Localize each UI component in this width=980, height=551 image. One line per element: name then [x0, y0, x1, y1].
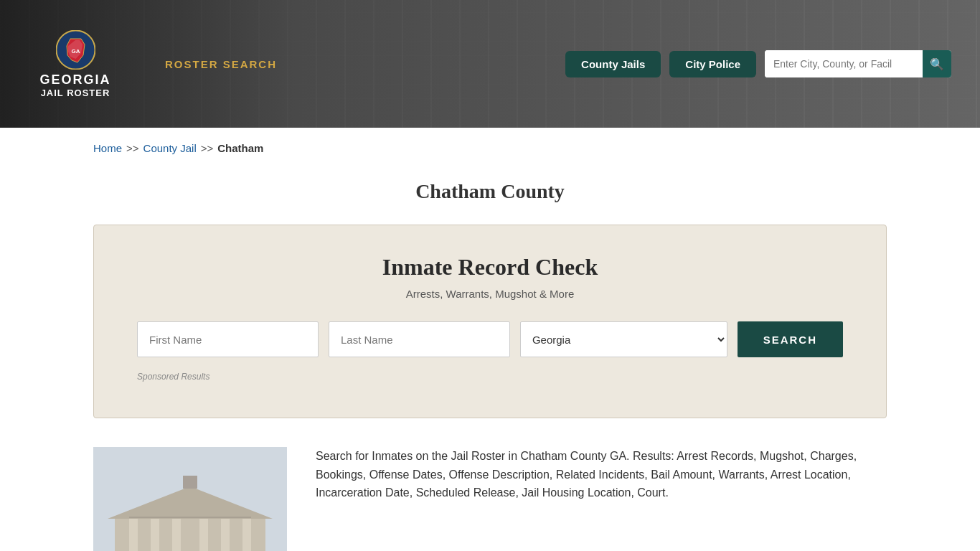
courthouse-image	[93, 447, 287, 551]
logo-block[interactable]: GA GEORGIA JAIL ROSTER	[29, 30, 122, 98]
first-name-input[interactable]	[137, 321, 319, 357]
svg-rect-18	[183, 476, 197, 489]
breadcrumb-sep2: >>	[201, 142, 214, 154]
page-title: Chatham County	[93, 180, 887, 203]
logo-sub-text: JAIL ROSTER	[41, 88, 110, 98]
svg-rect-9	[172, 519, 181, 551]
header-search-button[interactable]: 🔍	[923, 50, 951, 77]
record-check-title: Inmate Record Check	[137, 254, 843, 281]
breadcrumb-county-jail[interactable]: County Jail	[143, 142, 197, 154]
state-select[interactable]: AlabamaAlaskaArizonaArkansasCaliforniaCo…	[520, 321, 727, 357]
svg-rect-7	[129, 519, 138, 551]
city-police-button[interactable]: City Police	[669, 51, 756, 77]
county-jails-button[interactable]: County Jails	[565, 51, 661, 77]
record-check-box: Inmate Record Check Arrests, Warrants, M…	[93, 225, 887, 418]
record-check-form: AlabamaAlaskaArizonaArkansasCaliforniaCo…	[137, 321, 843, 357]
description-text: Search for Inmates on the Jail Roster in…	[316, 447, 887, 502]
sponsored-label: Sponsored Results	[137, 372, 843, 382]
header-content: GA GEORGIA JAIL ROSTER ROSTER SEARCH Cou…	[0, 0, 980, 128]
georgia-seal-icon: GA	[56, 30, 95, 70]
svg-rect-12	[242, 519, 251, 551]
last-name-input[interactable]	[329, 321, 510, 357]
logo-georgia-text: GEORGIA	[39, 72, 110, 88]
site-header: GA GEORGIA JAIL ROSTER ROSTER SEARCH Cou…	[0, 0, 980, 128]
header-search-input[interactable]	[765, 50, 923, 77]
breadcrumb: Home >> County Jail >> Chatham	[93, 128, 887, 166]
nav-roster-search[interactable]: ROSTER SEARCH	[165, 58, 277, 70]
svg-text:GA: GA	[71, 48, 80, 55]
breadcrumb-current: Chatham	[217, 142, 263, 154]
svg-rect-8	[151, 519, 159, 551]
header-search-bar: 🔍	[765, 50, 951, 77]
description-section: Search for Inmates on the Jail Roster in…	[93, 447, 887, 551]
record-check-subtitle: Arrests, Warrants, Mugshot & More	[137, 288, 843, 300]
svg-rect-11	[221, 519, 230, 551]
breadcrumb-sep1: >>	[126, 142, 139, 154]
header-nav-right: County Jails City Police 🔍	[565, 50, 951, 77]
breadcrumb-home[interactable]: Home	[93, 142, 122, 154]
courthouse-svg	[93, 447, 287, 551]
main-content: Home >> County Jail >> Chatham Chatham C…	[0, 128, 980, 551]
search-icon: 🔍	[930, 57, 944, 71]
svg-rect-10	[199, 519, 208, 551]
record-check-search-button[interactable]: SEARCH	[738, 321, 843, 357]
